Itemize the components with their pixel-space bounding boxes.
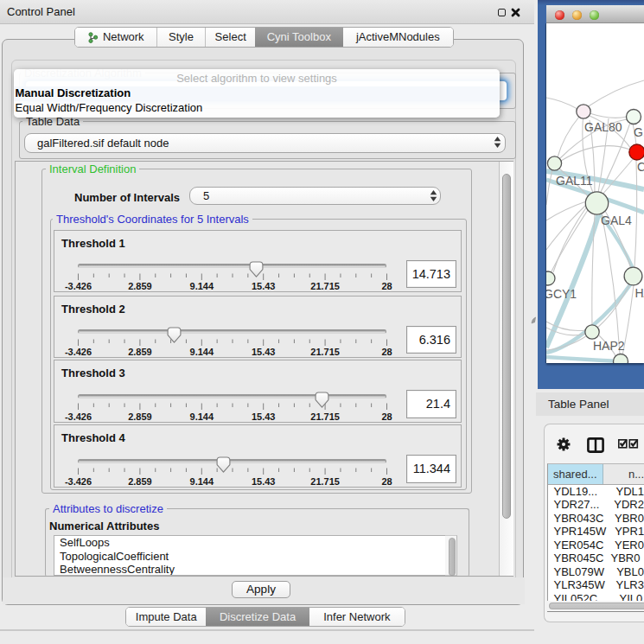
svg-text:GAL80: GAL80 <box>584 120 622 134</box>
svg-text:GAL11: GAL11 <box>556 174 593 188</box>
svg-text:GCY1: GCY1 <box>546 287 577 301</box>
svg-text:HAP1: HAP1 <box>635 286 644 300</box>
svg-text:C: C <box>637 160 644 174</box>
svg-text:HAP2: HAP2 <box>593 339 625 353</box>
svg-text:G.: G. <box>634 125 644 139</box>
svg-text:GAL4: GAL4 <box>601 214 632 227</box>
